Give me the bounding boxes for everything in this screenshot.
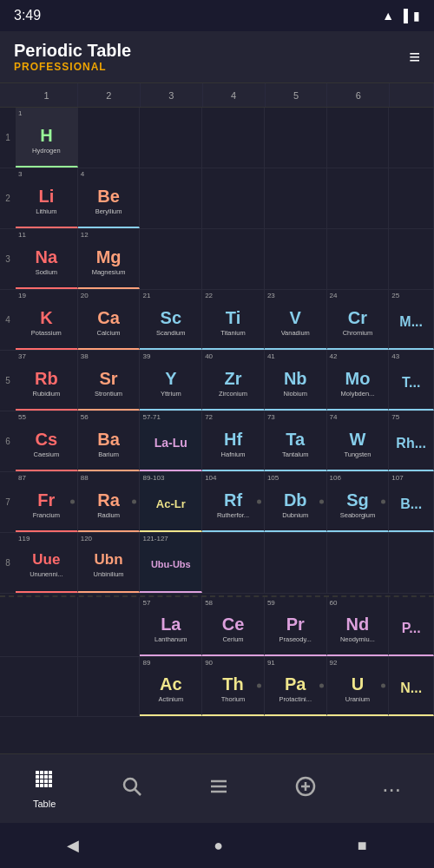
element-Pr[interactable]: 59 Pr Praseody... [265, 597, 327, 656]
element-Mo[interactable]: 42 Mo Molybden... [327, 351, 390, 411]
atomic-num-La-Lu: 57-71 [142, 413, 160, 421]
element-Li[interactable]: 3 Li Lithium [16, 168, 78, 228]
nav-list[interactable] [194, 769, 243, 809]
element-Cr[interactable]: 24 Cr Chromium [327, 290, 390, 350]
svg-rect-12 [36, 784, 39, 787]
name-Nd: Neodymiu... [340, 635, 375, 643]
element-Th[interactable]: 90 Th Thorium [202, 657, 265, 716]
element-Be[interactable]: 4 Be Beryllium [78, 168, 141, 228]
atomic-num-Th: 90 [205, 659, 213, 667]
element-La[interactable]: 57 La Lanthanum [140, 597, 202, 656]
empty-cell [389, 229, 434, 289]
nav-more[interactable]: ··· [368, 771, 415, 807]
symbol-K: K [40, 307, 52, 328]
element-Np-partial[interactable]: N... [389, 657, 434, 716]
element-Ra[interactable]: 88 Ra Radium [78, 472, 141, 532]
nav-table-label: Table [33, 799, 56, 809]
element-H[interactable]: 1 H Hydrogen [16, 108, 78, 168]
element-Db[interactable]: 105 Db Dubnium [265, 472, 327, 532]
symbol-Pm: P... [402, 620, 421, 636]
nav-add[interactable] [281, 769, 330, 809]
symbol-Ubu: Ubu-Ubs [151, 559, 191, 570]
name-Mo: Molybden... [341, 390, 375, 398]
filter-icon[interactable]: ≡ [409, 46, 420, 69]
dot-Pa [319, 684, 324, 688]
element-Ti[interactable]: 22 Ti Titanium [202, 290, 265, 350]
actinide-placeholder[interactable]: 89-103 Ac-Lr [140, 472, 202, 532]
atomic-num-Pr: 59 [267, 599, 275, 607]
element-Pa[interactable]: 91 Pa Protactini... [265, 657, 327, 716]
element-Tc-partial[interactable]: 43 T... [389, 351, 434, 411]
name-Na: Sodium [36, 268, 57, 276]
element-Ba[interactable]: 56 Ba Barium [78, 411, 141, 471]
element-Rb[interactable]: 37 Rb Rubidium [16, 351, 78, 411]
element-Sg[interactable]: 106 Sg Seaborgium [327, 472, 390, 532]
element-Y[interactable]: 39 Y Yttrium [140, 351, 202, 411]
svg-rect-1 [40, 771, 43, 774]
nav-table[interactable]: Table [19, 762, 69, 816]
status-time: 3:49 [14, 8, 41, 23]
dot-Ra [132, 499, 136, 503]
home-button[interactable]: ● [207, 830, 230, 862]
element-Na[interactable]: 11 Na Sodium [16, 229, 78, 289]
empty-cell [202, 108, 265, 168]
empty-cell [327, 108, 390, 168]
nav-search[interactable] [108, 769, 156, 809]
name-Nb: Niobium [283, 390, 307, 398]
element-Ac[interactable]: 89 Ac Actinium [140, 657, 202, 716]
element-Hf[interactable]: 72 Hf Hafnium [202, 411, 265, 471]
row-label-7: 7 [0, 472, 16, 532]
name-K: Potassium [31, 329, 62, 337]
element-Ce[interactable]: 58 Ce Cerium [202, 597, 265, 656]
element-Re-partial[interactable]: 75 Rh... [389, 411, 434, 471]
symbol-Mo: Mo [345, 368, 371, 389]
back-button[interactable]: ◀ [60, 829, 86, 862]
element-Bh-partial[interactable]: 107 B... [389, 472, 434, 532]
empty-cell [389, 533, 434, 593]
element-Zr[interactable]: 40 Zr Zirconium [202, 351, 265, 411]
element-U[interactable]: 92 U Uranium [327, 657, 390, 716]
svg-rect-13 [40, 784, 43, 787]
element-Rf[interactable]: 104 Rf Rutherfor... [202, 472, 265, 532]
element-Ta[interactable]: 73 Ta Tantalum [265, 411, 327, 471]
element-Fr[interactable]: 87 Fr Francium [16, 472, 78, 532]
lanthanide-placeholder[interactable]: 57-71 La-Lu [140, 411, 202, 471]
atomic-num-Ubu: 121-127 [142, 535, 168, 542]
name-Hf: Hafnium [221, 450, 246, 458]
lanthanide-row: 57 La Lanthanum 58 Ce Cerium 59 Pr Prase… [0, 595, 434, 657]
dot-U [381, 684, 385, 688]
empty-cell [202, 168, 265, 228]
element-Sr[interactable]: 38 Sr Strontium [78, 351, 141, 411]
atomic-num-Ubn: 120 [81, 535, 92, 542]
element-K[interactable]: 19 K Potassium [16, 290, 78, 350]
element-Uue[interactable]: 119 Uue Ununenni... [16, 533, 78, 593]
element-Mn-partial[interactable]: 25 M... [389, 290, 434, 350]
element-Ca[interactable]: 20 Ca Calcium [78, 290, 141, 350]
element-Sc[interactable]: 21 Sc Scandium [140, 290, 202, 350]
element-Cs[interactable]: 55 Cs Caesium [16, 411, 78, 471]
atomic-num-K: 19 [18, 292, 26, 299]
symbol-Ta: Ta [286, 429, 305, 450]
symbol-Ac: Ac [160, 674, 182, 694]
element-V[interactable]: 23 V Vanadium [265, 290, 327, 350]
name-Rf: Rutherfor... [217, 511, 249, 519]
atomic-num-Rb: 37 [18, 352, 26, 360]
empty-cell [202, 229, 265, 289]
atomic-num-Uue: 119 [18, 535, 30, 542]
element-Ubn[interactable]: 120 Ubn Unbinilium [78, 533, 141, 593]
recent-button[interactable]: ■ [351, 830, 374, 862]
element-W[interactable]: 74 W Tungsten [327, 411, 390, 471]
symbol-Np: N... [400, 680, 422, 696]
element-Nb[interactable]: 41 Nb Niobium [265, 351, 327, 411]
atomic-num-Bh: 107 [391, 474, 403, 482]
ubu-placeholder[interactable]: 121-127 Ubu-Ubs [140, 533, 202, 593]
atomic-num-Mo: 42 [330, 352, 338, 360]
svg-rect-2 [44, 771, 48, 774]
row-label-la [0, 597, 16, 656]
empty-cell [327, 229, 390, 289]
element-Mg[interactable]: 12 Mg Magnesium [78, 229, 141, 289]
symbol-Y: Y [165, 368, 176, 389]
element-Nd[interactable]: 60 Nd Neodymiu... [327, 597, 390, 656]
element-Pm-partial[interactable]: P... [389, 597, 434, 656]
symbol-Cr: Cr [348, 307, 367, 328]
